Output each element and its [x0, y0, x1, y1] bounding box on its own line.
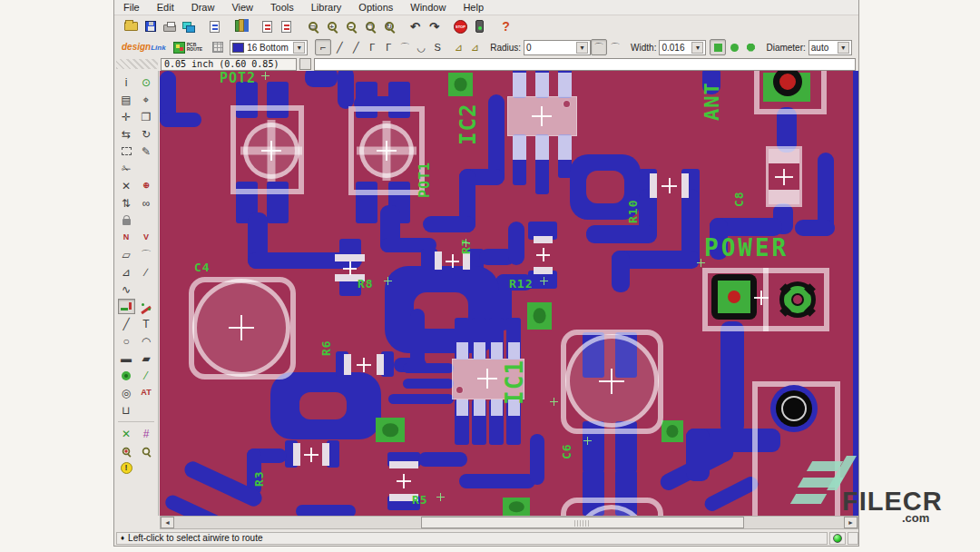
menu-library[interactable]: Library	[311, 2, 342, 13]
change-tool[interactable]: ✎	[138, 143, 155, 159]
arc-cw-button[interactable]: ⌒	[591, 39, 607, 55]
meander-tool[interactable]: ∿	[118, 281, 135, 297]
stop-button[interactable]: STOP	[451, 17, 470, 35]
value-tool[interactable]: V	[138, 230, 155, 245]
menu-window[interactable]: Window	[410, 2, 446, 13]
bend-style-5-button[interactable]: ⌒	[397, 39, 413, 55]
run-ulp-button[interactable]	[277, 17, 296, 35]
redo-button[interactable]: ↷	[425, 17, 444, 35]
diameter-dropdown-arrow-icon[interactable]: ▾	[838, 42, 849, 54]
grid-button[interactable]	[210, 39, 226, 55]
mark-tool[interactable]: ⌖	[138, 92, 155, 107]
miter-tool[interactable]: ⌒	[138, 247, 155, 262]
split-tool[interactable]: ⊿	[118, 264, 135, 280]
bend-style-6-button[interactable]: ◡	[413, 39, 429, 55]
optimize-tool[interactable]: ∕	[138, 264, 155, 280]
route-tool[interactable]	[118, 299, 135, 314]
show-tool[interactable]: ⊙	[138, 74, 155, 90]
bend-style-3-button[interactable]: Γ	[364, 39, 380, 55]
gateswap-tool[interactable]: ∞	[138, 195, 155, 211]
layer-select[interactable]: 16 Bottom ▾	[230, 40, 308, 55]
horizontal-scrollbar[interactable]: ◄ ►	[160, 516, 858, 529]
bend-style-1-button[interactable]: ╱	[331, 39, 348, 55]
command-input[interactable]	[314, 58, 856, 71]
arc-tool[interactable]: ◠	[138, 333, 155, 349]
menu-view[interactable]: View	[231, 2, 253, 13]
scrollbar-thumb[interactable]	[421, 517, 744, 528]
add-tool[interactable]: ⊕	[138, 178, 155, 193]
board-canvas[interactable]: POT2 POT1 IC2 ANT C8 R10 R7 R12 R8 C4 R6…	[160, 71, 858, 516]
radius-dropdown-arrow-icon[interactable]: ▾	[576, 42, 588, 54]
group-tool[interactable]	[118, 143, 135, 159]
miter-button[interactable]: ⊿	[450, 39, 466, 55]
pinswap-tool[interactable]: ⇅	[118, 195, 135, 211]
menu-tools[interactable]: Tools	[270, 2, 294, 13]
bend-style-7-button[interactable]: S	[429, 39, 446, 55]
toolbar-drag-handle[interactable]	[116, 59, 158, 69]
errors-tool[interactable]	[138, 443, 155, 458]
info-tool[interactable]: i	[118, 74, 135, 90]
mirror-tool[interactable]: ⇆	[118, 126, 135, 142]
library-button[interactable]	[231, 17, 250, 35]
attribute-tool[interactable]: AT	[138, 385, 155, 400]
radius-select[interactable]: 0 ▾	[524, 40, 591, 55]
width-select[interactable]: 0.016 ▾	[659, 40, 706, 55]
scroll-left-button[interactable]: ◄	[161, 517, 174, 528]
menu-options[interactable]: Options	[358, 2, 393, 13]
scroll-right-button[interactable]: ►	[844, 517, 858, 528]
switch-schematic-button[interactable]	[205, 17, 224, 35]
resize-grip[interactable]	[848, 532, 858, 545]
hole-tool[interactable]: ◎	[118, 385, 135, 400]
move-tool[interactable]: ✛	[118, 109, 135, 124]
undo-button[interactable]: ↶	[406, 17, 425, 35]
text-tool[interactable]: T	[138, 316, 155, 331]
designlink-logo[interactable]: designLink	[122, 43, 166, 52]
width-dropdown-arrow-icon[interactable]: ▾	[691, 42, 703, 54]
zoom-fit-button[interactable]: ▭	[303, 17, 322, 35]
drc-status-button[interactable]	[470, 17, 489, 35]
save-button[interactable]	[141, 17, 160, 35]
name-tool[interactable]: N	[118, 230, 135, 245]
open-button[interactable]	[122, 17, 141, 35]
auto-router-tool[interactable]: #	[138, 426, 155, 441]
zoom-select-button[interactable]: ▢	[360, 17, 379, 35]
print-button[interactable]	[160, 17, 179, 35]
ripup-tool[interactable]	[138, 299, 155, 314]
coordinate-mode-button[interactable]	[299, 58, 311, 70]
menu-file[interactable]: File	[123, 2, 140, 13]
unmiter-button[interactable]: ⊿	[466, 39, 483, 55]
zoom-out-button[interactable]: −	[341, 17, 360, 35]
delete-tool[interactable]: ✕	[118, 178, 135, 193]
drc-tool[interactable]	[118, 443, 135, 458]
ratsnest-tool[interactable]: ✕	[118, 426, 135, 441]
via-octagon-button[interactable]	[742, 39, 759, 55]
zoom-redraw-button[interactable]: ↻	[379, 17, 398, 35]
copy-tool[interactable]: ❐	[138, 109, 155, 124]
warning-tool[interactable]: !	[118, 460, 135, 476]
lock-tool[interactable]	[118, 212, 135, 228]
zoom-in-button[interactable]: +	[322, 17, 341, 35]
display-tool[interactable]: ▤	[118, 92, 135, 107]
bend-style-2-button[interactable]: ╱	[348, 39, 364, 55]
layer-dropdown-arrow-icon[interactable]: ▾	[293, 42, 305, 54]
polygon-tool[interactable]: ▰	[138, 350, 155, 366]
diameter-select[interactable]: auto ▾	[808, 40, 852, 55]
help-button[interactable]: ?	[496, 17, 515, 35]
bend-style-4-button[interactable]: Γ	[380, 39, 397, 55]
bend-style-0-button[interactable]: ⌐	[315, 39, 331, 55]
dimension-tool[interactable]: ⊔	[118, 402, 135, 418]
menu-edit[interactable]: Edit	[157, 2, 174, 13]
circle-tool[interactable]: ○	[118, 333, 135, 349]
cut-tool[interactable]: ✁	[118, 161, 135, 176]
via-tool[interactable]	[118, 368, 135, 383]
menu-draw[interactable]: Draw	[191, 2, 215, 13]
via-square-button[interactable]	[710, 39, 726, 55]
cam-processor-button[interactable]	[179, 17, 198, 35]
via-round-button[interactable]	[726, 39, 742, 55]
menu-help[interactable]: Help	[463, 2, 484, 13]
smash-tool[interactable]: ▱	[118, 247, 135, 262]
wire-tool[interactable]: ╱	[118, 316, 135, 331]
rotate-tool[interactable]: ↻	[138, 126, 155, 142]
signal-tool[interactable]: ⁄	[138, 368, 155, 383]
pcbroute-logo[interactable]: PCBROUTE	[173, 42, 203, 54]
